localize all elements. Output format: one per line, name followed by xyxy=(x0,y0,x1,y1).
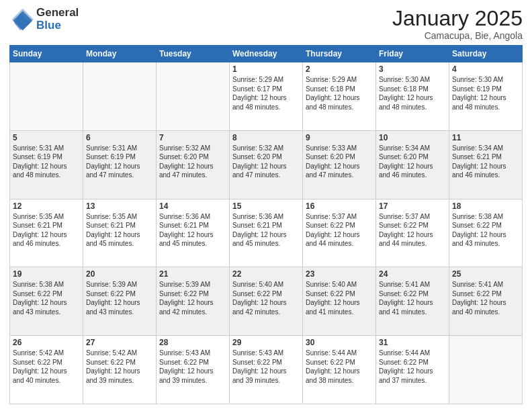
day-info: Sunrise: 5:34 AM Sunset: 6:20 PM Dayligh… xyxy=(379,144,446,180)
day-info: Sunrise: 5:37 AM Sunset: 6:22 PM Dayligh… xyxy=(306,212,373,248)
day-number: 30 xyxy=(306,338,373,347)
calendar-table: Sunday Monday Tuesday Wednesday Thursday… xyxy=(9,45,523,404)
day-number: 14 xyxy=(159,201,226,211)
table-row: 5Sunrise: 5:31 AM Sunset: 6:19 PM Daylig… xyxy=(10,130,83,199)
table-row: 28Sunrise: 5:43 AM Sunset: 6:22 PM Dayli… xyxy=(157,336,230,404)
table-row: 24Sunrise: 5:41 AM Sunset: 6:22 PM Dayli… xyxy=(376,267,449,336)
table-row: 4Sunrise: 5:30 AM Sunset: 6:19 PM Daylig… xyxy=(449,62,523,131)
day-info: Sunrise: 5:37 AM Sunset: 6:22 PM Dayligh… xyxy=(379,212,446,248)
table-row: 20Sunrise: 5:39 AM Sunset: 6:22 PM Dayli… xyxy=(83,267,157,336)
header-sunday: Sunday xyxy=(10,46,83,62)
table-row: 7Sunrise: 5:32 AM Sunset: 6:20 PM Daylig… xyxy=(157,130,230,199)
day-info: Sunrise: 5:38 AM Sunset: 6:22 PM Dayligh… xyxy=(452,212,519,248)
table-row xyxy=(157,62,230,131)
calendar-week-row: 1Sunrise: 5:29 AM Sunset: 6:17 PM Daylig… xyxy=(10,62,523,131)
day-number: 1 xyxy=(232,64,300,74)
logo-icon xyxy=(9,7,34,32)
day-number: 23 xyxy=(306,269,373,279)
day-number: 8 xyxy=(232,133,300,142)
day-number: 10 xyxy=(379,133,446,142)
day-number: 7 xyxy=(159,133,226,142)
table-row: 1Sunrise: 5:29 AM Sunset: 6:17 PM Daylig… xyxy=(230,62,303,131)
table-row: 30Sunrise: 5:44 AM Sunset: 6:22 PM Dayli… xyxy=(303,336,376,404)
logo: General Blue xyxy=(9,7,79,32)
table-row: 6Sunrise: 5:31 AM Sunset: 6:19 PM Daylig… xyxy=(83,130,157,199)
table-row: 14Sunrise: 5:36 AM Sunset: 6:21 PM Dayli… xyxy=(157,199,230,267)
day-info: Sunrise: 5:31 AM Sunset: 6:19 PM Dayligh… xyxy=(13,144,80,180)
day-info: Sunrise: 5:35 AM Sunset: 6:21 PM Dayligh… xyxy=(86,212,153,248)
calendar-title: January 2025 xyxy=(392,7,523,30)
table-row: 29Sunrise: 5:43 AM Sunset: 6:22 PM Dayli… xyxy=(230,336,303,404)
day-number: 20 xyxy=(86,269,153,279)
day-number: 17 xyxy=(379,201,446,211)
day-info: Sunrise: 5:38 AM Sunset: 6:22 PM Dayligh… xyxy=(13,280,80,316)
header-monday: Monday xyxy=(83,46,157,62)
day-number: 21 xyxy=(159,269,226,279)
day-info: Sunrise: 5:42 AM Sunset: 6:22 PM Dayligh… xyxy=(86,349,153,385)
header-saturday: Saturday xyxy=(449,46,523,62)
header: General Blue January 2025 Camacupa, Bie,… xyxy=(9,7,523,41)
day-info: Sunrise: 5:44 AM Sunset: 6:22 PM Dayligh… xyxy=(379,349,446,385)
day-number: 19 xyxy=(13,269,80,279)
table-row: 12Sunrise: 5:35 AM Sunset: 6:21 PM Dayli… xyxy=(10,199,83,267)
day-info: Sunrise: 5:33 AM Sunset: 6:20 PM Dayligh… xyxy=(306,144,373,180)
table-row: 27Sunrise: 5:42 AM Sunset: 6:22 PM Dayli… xyxy=(83,336,157,404)
logo-text: General Blue xyxy=(36,7,79,32)
day-info: Sunrise: 5:42 AM Sunset: 6:22 PM Dayligh… xyxy=(13,349,80,385)
title-block: January 2025 Camacupa, Bie, Angola xyxy=(392,7,523,41)
table-row: 18Sunrise: 5:38 AM Sunset: 6:22 PM Dayli… xyxy=(449,199,523,267)
table-row: 25Sunrise: 5:41 AM Sunset: 6:22 PM Dayli… xyxy=(449,267,523,336)
day-info: Sunrise: 5:43 AM Sunset: 6:22 PM Dayligh… xyxy=(159,349,226,385)
day-number: 18 xyxy=(452,201,519,211)
calendar-week-row: 5Sunrise: 5:31 AM Sunset: 6:19 PM Daylig… xyxy=(10,130,523,199)
day-number: 12 xyxy=(13,201,80,211)
table-row: 13Sunrise: 5:35 AM Sunset: 6:21 PM Dayli… xyxy=(83,199,157,267)
day-info: Sunrise: 5:43 AM Sunset: 6:22 PM Dayligh… xyxy=(232,349,300,385)
day-number: 27 xyxy=(86,338,153,347)
table-row: 10Sunrise: 5:34 AM Sunset: 6:20 PM Dayli… xyxy=(376,130,449,199)
day-info: Sunrise: 5:39 AM Sunset: 6:22 PM Dayligh… xyxy=(159,280,226,316)
day-number: 11 xyxy=(452,133,519,142)
page: General Blue January 2025 Camacupa, Bie,… xyxy=(0,0,532,411)
table-row: 9Sunrise: 5:33 AM Sunset: 6:20 PM Daylig… xyxy=(303,130,376,199)
logo-general: General xyxy=(36,7,79,19)
header-friday: Friday xyxy=(376,46,449,62)
day-info: Sunrise: 5:39 AM Sunset: 6:22 PM Dayligh… xyxy=(86,280,153,316)
day-number: 15 xyxy=(232,201,300,211)
day-number: 29 xyxy=(232,338,300,347)
day-info: Sunrise: 5:35 AM Sunset: 6:21 PM Dayligh… xyxy=(13,212,80,248)
calendar-week-row: 26Sunrise: 5:42 AM Sunset: 6:22 PM Dayli… xyxy=(10,336,523,404)
day-number: 13 xyxy=(86,201,153,211)
day-number: 28 xyxy=(159,338,226,347)
day-info: Sunrise: 5:36 AM Sunset: 6:21 PM Dayligh… xyxy=(159,212,226,248)
calendar-week-row: 19Sunrise: 5:38 AM Sunset: 6:22 PM Dayli… xyxy=(10,267,523,336)
day-number: 3 xyxy=(379,64,446,74)
day-info: Sunrise: 5:30 AM Sunset: 6:18 PM Dayligh… xyxy=(379,75,446,111)
day-info: Sunrise: 5:30 AM Sunset: 6:19 PM Dayligh… xyxy=(452,75,519,111)
table-row xyxy=(10,62,83,131)
table-row xyxy=(449,336,523,404)
table-row: 2Sunrise: 5:29 AM Sunset: 6:18 PM Daylig… xyxy=(303,62,376,131)
calendar-header-row: Sunday Monday Tuesday Wednesday Thursday… xyxy=(10,46,523,62)
day-info: Sunrise: 5:36 AM Sunset: 6:21 PM Dayligh… xyxy=(232,212,300,248)
day-number: 26 xyxy=(13,338,80,347)
day-info: Sunrise: 5:44 AM Sunset: 6:22 PM Dayligh… xyxy=(306,349,373,385)
table-row: 19Sunrise: 5:38 AM Sunset: 6:22 PM Dayli… xyxy=(10,267,83,336)
table-row: 31Sunrise: 5:44 AM Sunset: 6:22 PM Dayli… xyxy=(376,336,449,404)
day-number: 25 xyxy=(452,269,519,279)
day-number: 2 xyxy=(306,64,373,74)
table-row: 26Sunrise: 5:42 AM Sunset: 6:22 PM Dayli… xyxy=(10,336,83,404)
day-number: 6 xyxy=(86,133,153,142)
table-row: 8Sunrise: 5:32 AM Sunset: 6:20 PM Daylig… xyxy=(230,130,303,199)
day-info: Sunrise: 5:29 AM Sunset: 6:17 PM Dayligh… xyxy=(232,75,300,111)
day-number: 5 xyxy=(13,133,80,142)
day-number: 22 xyxy=(232,269,300,279)
table-row: 3Sunrise: 5:30 AM Sunset: 6:18 PM Daylig… xyxy=(376,62,449,131)
day-number: 24 xyxy=(379,269,446,279)
calendar-week-row: 12Sunrise: 5:35 AM Sunset: 6:21 PM Dayli… xyxy=(10,199,523,267)
table-row: 16Sunrise: 5:37 AM Sunset: 6:22 PM Dayli… xyxy=(303,199,376,267)
table-row xyxy=(83,62,157,131)
day-number: 9 xyxy=(306,133,373,142)
day-info: Sunrise: 5:40 AM Sunset: 6:22 PM Dayligh… xyxy=(232,280,300,316)
day-info: Sunrise: 5:41 AM Sunset: 6:22 PM Dayligh… xyxy=(452,280,519,316)
